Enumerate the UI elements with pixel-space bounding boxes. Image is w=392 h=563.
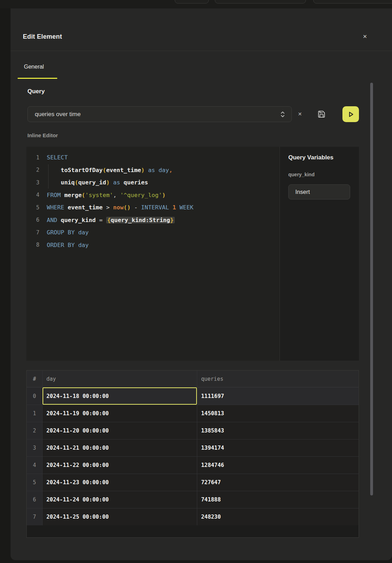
code-token: '^query_log' [120, 192, 162, 198]
code-token: ) [106, 179, 110, 186]
run-query-button[interactable] [342, 106, 359, 122]
header-cell-queries[interactable]: queries [197, 371, 359, 387]
queries-cell[interactable]: 1385843 [197, 422, 359, 439]
code-token: ) [141, 167, 144, 173]
code-token: > [103, 204, 113, 211]
code-line: 7GROUP BY day [26, 226, 279, 239]
table-row: 62024-11-24 00:00:00741888 [27, 491, 359, 508]
day-cell[interactable]: 2024-11-24 00:00:00 [43, 491, 197, 508]
code-text: WHERE event_time > now() - INTERVAL 1 WE… [47, 204, 193, 211]
line-number: 4 [26, 192, 39, 198]
code-line: 4FROM merge('system', '^query_log') [26, 189, 279, 202]
line-number: 1 [26, 154, 39, 161]
line-number: 2 [26, 167, 39, 173]
line-number: 6 [26, 217, 39, 223]
code-token: day [159, 167, 169, 173]
inline-editor-block: 1SELECT2 toStartOfDay(event_time) as day… [26, 147, 359, 361]
code-text: GROUP BY day [47, 229, 89, 236]
background-page-strip [0, 0, 392, 8]
edit-element-modal: Edit Element ✕ General Query queries ove… [11, 8, 392, 560]
header-cell-day[interactable]: day [43, 371, 197, 387]
code-token: INTERVAL [141, 204, 169, 211]
code-token: as [148, 167, 155, 173]
active-tab-underline [18, 78, 57, 79]
row-index-cell: 4 [27, 457, 43, 474]
modal-title: Edit Element [23, 33, 62, 40]
code-token: query_kind [61, 217, 96, 223]
code-token: WEEK [180, 204, 194, 211]
code-token: event_time [68, 204, 103, 211]
row-index-cell: 0 [27, 387, 43, 405]
code-token: query_id [78, 179, 106, 186]
code-token: as [113, 179, 120, 186]
query-variables-heading: Query Variables [288, 154, 334, 161]
queries-cell[interactable]: 1284746 [197, 457, 359, 474]
code-token: BY [68, 242, 75, 248]
code-token: , [113, 192, 120, 198]
insert-variable-button[interactable]: Insert [288, 184, 350, 200]
code-line: 6AND query_kind = {query_kind:String} [26, 214, 279, 227]
day-cell[interactable]: 2024-11-21 00:00:00 [43, 439, 197, 456]
code-token: queries [124, 179, 148, 186]
save-query-button[interactable] [316, 109, 326, 119]
code-token: ) [162, 192, 166, 198]
close-button[interactable]: ✕ [361, 32, 369, 41]
sql-code-editor[interactable]: 1SELECT2 toStartOfDay(event_time) as day… [26, 147, 279, 361]
line-number: 7 [26, 229, 39, 236]
code-text: ORDER BY day [47, 242, 89, 248]
queries-cell[interactable]: 1394174 [197, 439, 359, 456]
tab-general[interactable]: General [24, 64, 44, 70]
day-cell[interactable]: 2024-11-25 00:00:00 [43, 508, 197, 525]
code-token: { [106, 217, 111, 223]
day-cell[interactable]: 2024-11-19 00:00:00 [43, 405, 197, 422]
day-cell[interactable]: 2024-11-20 00:00:00 [43, 422, 197, 439]
table-row: 02024-11-18 00:00:001111697 [27, 387, 359, 405]
code-token: - [130, 204, 141, 211]
code-token: () [124, 204, 131, 211]
query-results-table: # day queries 02024-11-18 00:00:00111169… [26, 370, 359, 538]
query-section-heading: Query [27, 88, 45, 95]
code-token: query_kind:String [111, 217, 170, 223]
queries-cell[interactable]: 741888 [197, 491, 359, 508]
row-index-cell: 2 [27, 422, 43, 439]
table-row: 22024-11-20 00:00:001385843 [27, 422, 359, 439]
code-token: SELECT [47, 154, 68, 161]
row-index-cell: 3 [27, 439, 43, 456]
query-variables-panel: Query Variables query_kind Insert [279, 147, 359, 361]
queries-cell[interactable]: 727647 [197, 474, 359, 491]
save-icon [317, 110, 326, 118]
clear-query-button[interactable]: ✕ [295, 110, 305, 118]
selected-query-value: queries over time [35, 111, 81, 118]
insert-button-label: Insert [295, 189, 310, 195]
code-token [110, 179, 113, 186]
selected-day-cell[interactable]: 2024-11-18 00:00:00 [43, 387, 197, 405]
queries-cell[interactable]: 248230 [197, 508, 359, 525]
day-cell[interactable]: 2024-11-23 00:00:00 [43, 474, 197, 491]
code-token: toStartOfDay [61, 167, 103, 173]
x-icon: ✕ [298, 111, 302, 117]
queries-cell[interactable]: 1450813 [197, 405, 359, 422]
code-token: ( [103, 167, 106, 173]
code-token [120, 179, 124, 186]
modal-scrollbar-thumb[interactable] [370, 83, 373, 495]
code-token [64, 229, 68, 236]
day-cell[interactable]: 2024-11-22 00:00:00 [43, 457, 197, 474]
inline-editor-label: Inline Editor [27, 132, 58, 138]
code-token: ( [75, 179, 78, 186]
code-token: 1 [173, 204, 176, 211]
code-text: FROM merge('system', '^query_log') [47, 192, 166, 198]
code-token: WHERE [47, 204, 64, 211]
background-button [313, 0, 392, 4]
code-token [75, 229, 78, 236]
saved-query-select[interactable]: queries over time [27, 106, 292, 122]
row-index-cell: 6 [27, 491, 43, 508]
code-token [47, 167, 61, 173]
queries-cell[interactable]: 1111697 [197, 387, 359, 405]
code-token [57, 217, 61, 223]
code-token: uniq [61, 179, 75, 186]
table-row: 52024-11-23 00:00:00727647 [27, 474, 359, 491]
table-body: 02024-11-18 00:00:00111169712024-11-19 0… [27, 387, 359, 525]
code-line: 8ORDER BY day [26, 239, 279, 252]
chevron-up-down-icon [279, 110, 286, 118]
line-number: 8 [26, 242, 39, 248]
